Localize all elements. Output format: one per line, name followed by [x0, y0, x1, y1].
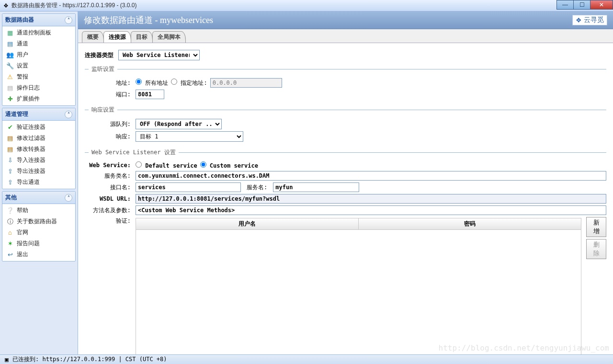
nav-label: 通道控制面板 [17, 29, 51, 37]
sidebar-panel-channel-mgmt: 通道管理 ˄ ✔验证连接器 ▤修改过滤器 ▤修改转换器 ⇩导入连接器 ⇧导出连接… [2, 108, 76, 189]
port-input[interactable] [136, 90, 164, 99]
auth-table-body[interactable] [136, 230, 581, 354]
nav-import-connector[interactable]: ⇩导入连接器 [2, 155, 75, 166]
check-icon: ✔ [6, 124, 14, 131]
nav-label: 退出 [17, 250, 28, 259]
methods-input[interactable] [136, 205, 606, 215]
interface-input[interactable] [136, 182, 241, 192]
auth-table-header: 用户名 密码 [136, 218, 581, 230]
dashboard-icon: ▦ [6, 29, 14, 37]
legend-listen: 监听设置 [89, 65, 117, 73]
nav-edit-filters[interactable]: ▤修改过滤器 [2, 133, 75, 144]
app-icon: ❖ [2, 2, 10, 10]
nav-edit-transformers[interactable]: ▤修改转换器 [2, 144, 75, 155]
plugin-icon: ✚ [6, 95, 14, 103]
window-title: 数据路由服务管理 - https://127.0.0.1:999 - (3.0.… [11, 1, 136, 10]
nav-website[interactable]: ⌂官网 [2, 227, 75, 238]
add-button[interactable]: 新增 [586, 217, 606, 237]
gear-icon: 🔧 [6, 62, 14, 70]
info-icon: ⓘ [6, 218, 14, 226]
export-icon: ⇧ [6, 179, 14, 186]
ws-label: Web Service: [85, 162, 133, 169]
minimize-button[interactable]: — [556, 0, 574, 10]
delete-button: 删除 [586, 239, 606, 259]
port-label: 端口: [85, 91, 133, 99]
close-button[interactable]: ✕ [590, 0, 613, 10]
status-bar: ▣ 已连接到: https://127.0.0.1:999 | CST (UTC… [0, 354, 613, 364]
nav-label: 导出通道 [17, 178, 40, 186]
nav-channels[interactable]: ▤通道 [2, 38, 75, 49]
nav-label: 修改转换器 [17, 145, 45, 153]
sidebar-panel-router: 数据路由器 ˄ ▦通道控制面板 ▤通道 👥用户 🔧设置 ⚠警报 ▤操作日志 ✚扩… [2, 13, 76, 106]
legend-response: 响应设置 [89, 106, 117, 114]
users-icon: 👥 [6, 51, 14, 59]
export-icon: ⇧ [6, 168, 14, 175]
nav-help[interactable]: ❔帮助 [2, 205, 75, 216]
tab-global-scripts[interactable]: 全局脚本 [152, 31, 186, 43]
response-select[interactable]: 目标 1 [136, 131, 243, 142]
panel-header[interactable]: 通道管理 ˄ [2, 108, 75, 121]
nav-users[interactable]: 👥用户 [2, 49, 75, 60]
status-text: 已连接到: https://127.0.0.1:999 | CST (UTC +… [12, 355, 167, 364]
bug-icon: ✶ [6, 240, 14, 248]
nav-label: 修改过滤器 [17, 134, 45, 142]
nav-label: 通道 [17, 40, 28, 48]
maximize-button[interactable]: ☐ [573, 0, 590, 10]
wsdl-label: WSDL URL: [85, 195, 133, 202]
col-username: 用户名 [136, 218, 359, 229]
sidebar-panel-other: 其他 ˄ ❔帮助 ⓘ关于数据路由器 ⌂官网 ✶报告问题 ↩退出 [2, 191, 76, 262]
filter-icon: ▤ [6, 135, 14, 142]
tab-target[interactable]: 目标 [131, 31, 153, 43]
nav-logs[interactable]: ▤操作日志 [2, 82, 75, 93]
address-input[interactable] [210, 78, 282, 88]
collapse-icon[interactable]: ˄ [65, 16, 72, 24]
nav-alerts[interactable]: ⚠警报 [2, 71, 75, 82]
nav-plugins[interactable]: ✚扩展插件 [2, 93, 75, 104]
panel-header[interactable]: 数据路由器 ˄ [2, 14, 75, 26]
import-icon: ⇩ [6, 157, 14, 164]
nav-report[interactable]: ✶报告问题 [2, 238, 75, 249]
radio-default-service[interactable]: Default service [136, 161, 197, 169]
connector-type-select[interactable]: Web Service Listener [118, 50, 200, 60]
nav-label: 设置 [17, 62, 28, 70]
fieldset-listen: 监听设置 地址: 所有地址 指定地址: 端口: [85, 65, 606, 101]
brand-logo: ❖ 云寻觅 [572, 15, 607, 25]
wsdl-input[interactable] [136, 194, 606, 204]
exit-icon: ↩ [6, 251, 14, 259]
radio-all-addresses[interactable]: 所有地址 [136, 79, 168, 87]
source-queue-select[interactable]: OFF (Respond after ... [136, 119, 222, 129]
brand-text: 云寻觅 [584, 16, 604, 24]
collapse-icon[interactable]: ˄ [65, 194, 72, 202]
nav-export-connector[interactable]: ⇧导出连接器 [2, 166, 75, 177]
nav-label: 验证连接器 [17, 123, 45, 131]
service-name-input[interactable] [273, 182, 359, 192]
radio-custom-service[interactable]: Custom service [200, 161, 258, 169]
service-class-label: 服务类名: [85, 172, 133, 180]
auth-label: 验证: [85, 217, 133, 225]
nav-exit[interactable]: ↩退出 [2, 249, 75, 260]
nav-about[interactable]: ⓘ关于数据路由器 [2, 216, 75, 227]
page-title: 修改数据路由通道 - mywebservices [84, 14, 213, 26]
nav-validate-connector[interactable]: ✔验证连接器 [2, 122, 75, 133]
nav-label: 导入连接器 [17, 156, 45, 164]
nav-settings[interactable]: 🔧设置 [2, 60, 75, 71]
panel-title: 其他 [5, 193, 17, 202]
fieldset-ws: Web Service Listener 设置 Web Service: Def… [85, 148, 606, 354]
service-class-input[interactable] [136, 171, 606, 181]
tab-summary[interactable]: 概要 [82, 31, 104, 43]
address-label: 地址: [85, 79, 133, 87]
nav-export-channel[interactable]: ⇧导出通道 [2, 177, 75, 188]
panel-header[interactable]: 其他 ˄ [2, 192, 75, 204]
nav-label: 帮助 [17, 206, 28, 215]
tab-bar: 概要 连接源 目标 全局脚本 [78, 29, 613, 43]
collapse-icon[interactable]: ˄ [65, 111, 72, 118]
nav-label: 关于数据路由器 [17, 217, 57, 226]
help-icon: ❔ [6, 207, 14, 215]
channel-icon: ▤ [6, 40, 14, 48]
interface-label: 接口名: [85, 183, 133, 192]
radio-specific-address[interactable]: 指定地址: [171, 79, 207, 87]
nav-dashboard[interactable]: ▦通道控制面板 [2, 27, 75, 38]
tab-source[interactable]: 连接源 [103, 31, 131, 43]
main-content: 修改数据路由通道 - mywebservices ❖ 云寻觅 概要 连接源 目标… [78, 11, 613, 354]
panel-title: 通道管理 [5, 110, 28, 118]
